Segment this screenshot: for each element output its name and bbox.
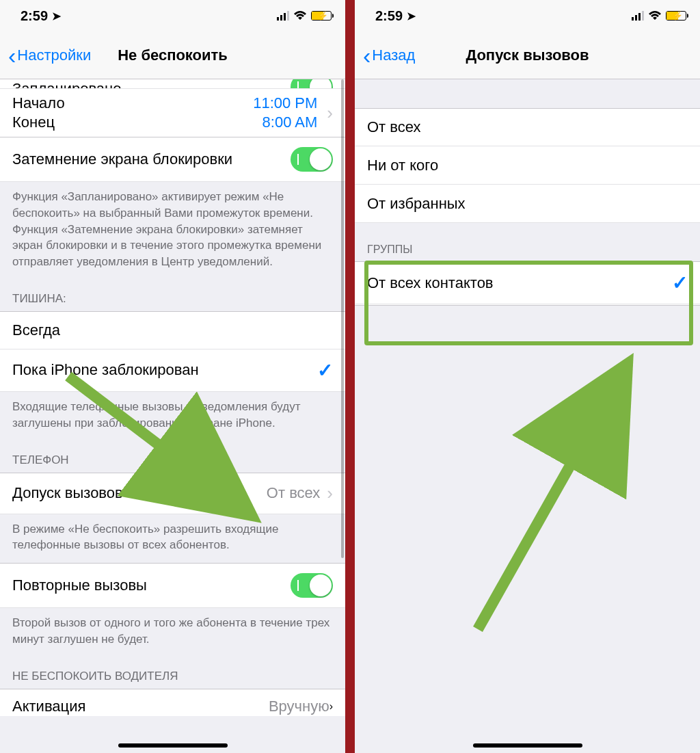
signal-icon [632,11,644,21]
footer-silence: Входящие телефонные вызовы и уведомления… [0,392,345,441]
always-row[interactable]: Всегда [0,311,345,349]
allow-calls-row[interactable]: Допуск вызовов От всех › [0,473,345,514]
svg-line-1 [478,362,628,629]
status-time: 2:59 [21,8,48,24]
footer-repeated: Второй вызов от одного и того же абонент… [0,608,345,657]
activation-row[interactable]: Активация Вручную › [0,689,345,716]
schedule-row[interactable]: Начало Конец 11:00 PM 8:00 AM › [0,89,345,137]
chevron-right-icon: › [327,483,333,504]
settings-list[interactable]: Запланировано Начало Конец 11:00 PM 8:00… [0,79,345,716]
dim-lock-row[interactable]: Затемнение экрана блокировки [0,137,345,182]
screenshot-divider [345,0,355,753]
toggle-on[interactable] [291,147,333,172]
back-label: Настройки [17,47,91,64]
phone-left: 2:59 ➤ ⚡ ‹ Настройки Не беспокоить Запла… [0,0,345,753]
opt-noone[interactable]: Ни от кого [355,146,700,185]
while-locked-row[interactable]: Пока iPhone заблокирован ✓ [0,349,345,392]
chevron-left-icon: ‹ [8,44,16,67]
end-value: 8:00 AM [253,114,317,131]
allow-list[interactable]: От всех Ни от кого От избранных ГРУППЫ О… [355,79,700,306]
chevron-right-icon: › [327,103,333,124]
nav-bar: ‹ Назад Допуск вызовов [355,31,700,79]
location-icon: ➤ [407,10,416,23]
end-label: Конец [12,114,65,131]
signal-icon [277,11,289,21]
start-value: 11:00 PM [253,94,317,112]
footer-allow: В режиме «Не беспокоить» разрешить входя… [0,514,345,564]
wifi-icon [648,11,662,21]
status-bar: 2:59 ➤ ⚡ [0,0,345,31]
wifi-icon [293,11,307,21]
back-label: Назад [372,47,415,64]
chevron-left-icon: ‹ [363,44,371,67]
section-phone: ТЕЛЕФОН [0,441,345,473]
section-groups: ГРУППЫ [355,223,700,261]
back-button[interactable]: ‹ Настройки [8,44,91,67]
toggle-on[interactable] [291,573,333,598]
footer-scheduled: Функция «Запланировано» активирует режим… [0,182,345,280]
home-indicator[interactable] [473,743,582,748]
location-icon: ➤ [52,10,61,23]
checkmark-icon: ✓ [672,272,688,294]
home-indicator[interactable] [118,743,228,748]
repeated-row[interactable]: Повторные вызовы [0,563,345,608]
annotation-arrow [464,342,656,643]
activation-value: Вручную [269,698,329,715]
opt-everyone[interactable]: От всех [355,108,700,146]
chevron-right-icon: › [329,700,333,713]
toggle-on[interactable] [291,79,333,89]
status-bar: 2:59 ➤ ⚡ [355,0,700,31]
nav-bar: ‹ Настройки Не беспокоить [0,31,345,79]
opt-all-contacts[interactable]: От всех контактов ✓ [355,261,700,304]
back-button[interactable]: ‹ Назад [363,44,415,67]
scheduled-row-partial[interactable]: Запланировано [0,79,345,89]
status-time: 2:59 [375,8,403,24]
start-label: Начало [12,94,65,112]
opt-favorites[interactable]: От избранных [355,185,700,223]
checkmark-icon: ✓ [317,359,333,382]
battery-icon: ⚡ [311,11,332,21]
section-silence: ТИШИНА: [0,280,345,311]
scroll-indicator[interactable] [341,79,344,558]
allow-calls-value: От всех [267,484,321,502]
phone-right: 2:59 ➤ ⚡ ‹ Назад Допуск вызовов От всех … [355,0,700,753]
battery-icon: ⚡ [666,11,686,21]
section-driver: НЕ БЕСПОКОИТЬ ВОДИТЕЛЯ [0,657,345,689]
